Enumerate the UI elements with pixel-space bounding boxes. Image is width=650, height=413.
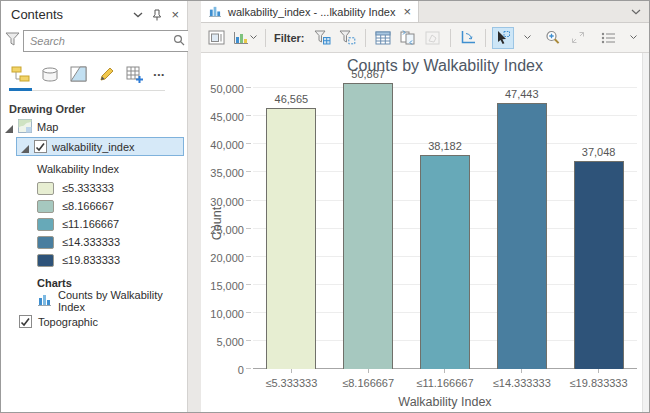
bar[interactable] (574, 161, 624, 369)
legend-options-chevron-icon[interactable] (622, 27, 644, 49)
contents-toolbar: ••• (9, 61, 165, 91)
y-tick-label: 30,000 (210, 196, 244, 208)
more-options-icon[interactable]: ••• (152, 70, 165, 79)
charts-section-heading: Charts (37, 277, 187, 289)
panel-divider[interactable] (188, 1, 201, 412)
bar-value-label: 46,565 (253, 93, 330, 105)
x-tick-mark (521, 369, 522, 373)
x-axis-title: Walkability Index (253, 395, 637, 409)
y-tick-label: 45,000 (210, 111, 244, 123)
tree-item-layer-selected[interactable]: walkability_index (16, 137, 184, 156)
legend-class-item[interactable]: ≤8.166667 (1, 197, 187, 215)
switch-selection-button[interactable] (397, 27, 419, 49)
x-axis-labels: ≤5.333333≤8.166667≤11.166667≤14.333333≤1… (253, 377, 637, 391)
tree-item-map[interactable]: Map (1, 118, 187, 136)
bar[interactable] (343, 83, 393, 369)
bar[interactable] (266, 108, 316, 369)
chart-view: walkability_index - ...lkability Index ×… (201, 1, 649, 412)
list-by-data-source-button[interactable] (38, 63, 63, 85)
zoom-in-tool-button[interactable] (542, 27, 564, 49)
filter-by-extent-button[interactable] (312, 27, 334, 49)
legend-options-button[interactable] (597, 27, 619, 49)
x-tick-label: ≤11.166667 (407, 377, 484, 389)
x-tick-mark (598, 369, 599, 373)
close-tab-icon[interactable]: × (403, 5, 411, 18)
bar-band: 37,048 (560, 77, 637, 369)
bar-value-label: 38,182 (407, 140, 484, 152)
panel-menu-chevron-icon[interactable] (133, 12, 143, 18)
legend-class-label: ≤19.833333 (62, 254, 120, 266)
y-tick-label: 0 (238, 364, 244, 376)
expand-triangle-icon[interactable] (5, 123, 13, 131)
bar-value-label: 37,048 (560, 146, 637, 158)
x-tick-label: ≤19.833333 (560, 377, 637, 389)
bar-value-label: 50,867 (330, 68, 407, 80)
basemap-label: Topographic (38, 316, 98, 328)
y-tick-label: 50,000 (210, 83, 244, 95)
y-tick-mark (246, 340, 251, 341)
filter-by-selection-button[interactable] (337, 27, 359, 49)
chart-tab-title: walkability_index - ...lkability Index (228, 6, 396, 18)
expand-triangle-icon[interactable] (21, 143, 29, 151)
x-axis-ticks (253, 369, 637, 375)
bar-band: 50,867 (330, 77, 407, 369)
legend-class-item[interactable]: ≤5.333333 (1, 179, 187, 197)
tab-list-chevron-icon[interactable] (623, 1, 649, 22)
y-tick-mark (246, 284, 251, 285)
x-tick-label: ≤8.166667 (330, 377, 407, 389)
basemap-visibility-checkbox[interactable] (19, 315, 32, 328)
list-by-editing-button[interactable] (95, 63, 120, 85)
y-tick-label: 5,000 (216, 336, 244, 348)
chart-toolbar: Filter: (201, 23, 649, 53)
y-tick-mark (246, 312, 251, 313)
y-tick-label: 25,000 (210, 224, 244, 236)
legend-swatch[interactable] (37, 236, 54, 249)
legend-class-item[interactable]: ≤19.833333 (1, 251, 187, 269)
y-tick-label: 40,000 (210, 139, 244, 151)
chart-title: Counts by Walkability Index (253, 57, 637, 75)
y-tick-label: 20,000 (210, 252, 244, 264)
select-tool-chevron-icon[interactable] (517, 27, 539, 49)
rotate-chart-axes-button[interactable] (457, 27, 479, 49)
tree-item-chart[interactable]: Counts by Walkability Index (1, 291, 187, 310)
bar-value-label: 47,443 (483, 88, 560, 100)
y-tick-mark (246, 228, 251, 229)
tree-item-basemap[interactable]: Topographic (1, 312, 187, 331)
chart-properties-button[interactable] (206, 27, 228, 49)
legend-swatch[interactable] (37, 200, 54, 213)
y-tick-mark (246, 200, 251, 201)
legend-swatch[interactable] (37, 182, 54, 195)
search-input[interactable] (30, 35, 173, 47)
legend-class-label: ≤11.166667 (62, 218, 119, 230)
bar[interactable] (497, 103, 547, 369)
legend-class-item[interactable]: ≤11.166667 (1, 215, 187, 233)
search-icon[interactable] (173, 32, 185, 50)
legend-class-label: ≤8.166667 (62, 200, 114, 212)
layer-visibility-checkbox[interactable] (34, 140, 47, 153)
filter-results-icon[interactable] (5, 32, 20, 50)
map-icon (18, 119, 32, 135)
legend-swatch[interactable] (37, 254, 54, 267)
panel-title: Contents (11, 7, 133, 22)
x-tick-mark (444, 369, 445, 373)
select-tool-button[interactable] (492, 27, 514, 49)
list-by-labeling-button[interactable] (123, 63, 148, 85)
scrollbar-track[interactable] (642, 53, 649, 412)
legend-field-title: Walkability Index (37, 161, 187, 177)
y-tick-mark (246, 171, 251, 172)
close-panel-icon[interactable]: × (171, 8, 179, 21)
list-by-drawing-order-button[interactable] (9, 63, 34, 85)
chart-type-dropdown-button[interactable] (231, 27, 259, 49)
layer-label: walkability_index (52, 141, 135, 153)
y-tick-mark (246, 143, 251, 144)
list-by-selection-button[interactable] (66, 63, 91, 85)
chart-tab[interactable]: walkability_index - ...lkability Index × (201, 1, 419, 22)
plot-area: 05,00010,00015,00020,00025,00030,00035,0… (253, 77, 637, 369)
bar[interactable] (420, 155, 470, 369)
legend-class-item[interactable]: ≤14.333333 (1, 233, 187, 251)
show-data-table-button[interactable] (372, 27, 394, 49)
pin-icon[interactable] (152, 9, 162, 21)
chart-item-label: Counts by Walkability Index (58, 289, 187, 313)
arcgis-pro-window: Contents × (0, 0, 650, 413)
legend-swatch[interactable] (37, 218, 54, 231)
